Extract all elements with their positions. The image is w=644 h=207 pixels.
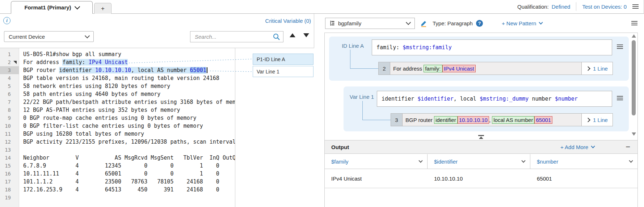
line-gutter: 19	[0, 194, 19, 202]
qualification-value-link[interactable]: Defined	[552, 4, 571, 10]
fold-marker-slot	[11, 162, 19, 170]
expand-lines-label: 1 Line	[593, 66, 608, 72]
editor-line-9[interactable]: 90 BGP route-map cache entries using 0 b…	[0, 114, 235, 122]
search-input[interactable]	[190, 34, 273, 40]
line-text	[19, 194, 235, 202]
line-label-p1-id-line-a[interactable]: P1-ID Line A	[253, 54, 313, 65]
line-text: 22/22 BGP path/bestpath attribute entrie…	[19, 98, 235, 106]
matched-line-content: For address family:IPv4 Unicast	[390, 62, 582, 75]
text-segment: family:	[424, 65, 442, 72]
pattern-toolbar: bgpfamily Type: Paragraph ? + New Patter…	[314, 14, 644, 33]
fold-marker-slot	[11, 114, 19, 122]
output-column-dropdown-family[interactable]: $family	[325, 154, 428, 169]
fold-marker-slot	[11, 170, 19, 178]
text-segment: identifier	[382, 96, 417, 102]
line-number: 4	[0, 74, 11, 82]
chevron-down-icon[interactable]	[74, 4, 80, 10]
editor-line-17[interactable]: 17101.1.1.2 4 23500 78763 78105 24168 0	[0, 178, 235, 186]
fold-marker-slot	[11, 58, 19, 66]
text-segment: identifier	[434, 116, 458, 124]
editor-line-14[interactable]: 14Neighbor V AS MsgRcvd MsgSent TblVer I…	[0, 154, 235, 162]
text-segment: family:	[376, 44, 403, 51]
line-gutter: 9	[0, 114, 19, 122]
text-segment: local AS number	[492, 116, 534, 124]
scroll-down-icon[interactable]	[632, 132, 636, 136]
line-text: US-BOS-R1#show bgp all summary	[19, 50, 235, 58]
fold-marker-icon[interactable]	[13, 61, 17, 64]
editor-line-15[interactable]: 156.7.8.9 4 12345 0 0 1 0	[0, 162, 235, 170]
editor-lines: 1US-BOS-R1#show bgp all summary2For addr…	[0, 50, 235, 202]
pattern-menu-icon[interactable]	[631, 21, 637, 25]
expand-lines-button[interactable]: 1 Line	[582, 62, 613, 75]
output-table-row[interactable]: IPv4 Unicast10.10.10.1065001	[325, 169, 637, 188]
line-gutter: 2	[0, 58, 19, 66]
search-icon[interactable]	[273, 33, 280, 41]
pattern-name-label[interactable]: Var Line 1	[344, 94, 374, 100]
line-number: 13	[0, 146, 11, 154]
editor-line-3[interactable]: 3BGP router identifier 10.10.10.10, loca…	[0, 66, 235, 74]
text-segment: 22/22 BGP path/bestpath attribute entrie…	[23, 99, 235, 105]
line-number: 1	[0, 50, 11, 58]
scrollbar-thumb[interactable]	[632, 40, 636, 115]
editor-line-16[interactable]: 1610.11.11.11 4 65001 0 0 1 0	[0, 170, 235, 178]
add-tab-label: +	[101, 5, 105, 12]
device-dropdown-value: Current Device	[9, 34, 45, 40]
pattern-scrollbar[interactable]	[631, 34, 637, 136]
add-format-tab-button[interactable]: +	[94, 3, 111, 14]
fold-marker-slot	[11, 90, 19, 98]
editor-line-6[interactable]: 658 path entries using 4640 bytes of mem…	[0, 90, 235, 98]
expand-lines-button[interactable]: 1 Line	[582, 113, 613, 126]
editor-line-18[interactable]: 18172.16.253.9 4 64513 450 391 24168 0	[0, 186, 235, 194]
pattern-row-menu-icon[interactable]	[617, 45, 623, 49]
line-gutter: 13	[0, 146, 19, 154]
editor-line-7[interactable]: 722/22 BGP path/bestpath attribute entri…	[0, 98, 235, 106]
edit-pencil-icon[interactable]	[420, 20, 428, 27]
device-dropdown[interactable]: Current Device	[4, 31, 94, 42]
editor-line-10[interactable]: 100 BGP filter-list cache entries using …	[0, 122, 235, 130]
info-icon[interactable]: i	[3, 17, 10, 24]
editor-line-19[interactable]: 19	[0, 194, 235, 202]
editor-line-5[interactable]: 558 network entries using 8120 bytes of …	[0, 82, 235, 90]
chevron-down-icon	[418, 159, 422, 162]
test-on-devices-link[interactable]: Test on Devices: 0	[582, 4, 627, 10]
variable-dropdown[interactable]: bgpfamily	[325, 18, 415, 29]
pattern-template-input[interactable]: identifier $identifier, local $mstring:_…	[377, 91, 612, 107]
critical-variable-link[interactable]: Critical Variable (0)	[265, 18, 311, 24]
sample-text-panel: i Critical Variable (0) Current Device 1…	[0, 14, 314, 207]
variable-dropdown-value: bgpfamily	[338, 20, 361, 26]
line-text: 10.11.11.11 4 65001 0 0 1 0	[19, 170, 235, 178]
output-column-dropdown-number[interactable]: $number	[530, 154, 637, 169]
collapse-output-handle[interactable]	[477, 135, 485, 139]
fold-marker-slot	[11, 74, 19, 82]
text-segment: , local AS number	[131, 67, 190, 73]
window-menu-icon[interactable]	[632, 4, 639, 9]
pattern-row-menu-icon[interactable]	[617, 96, 623, 100]
minimize-output-button[interactable]: −	[626, 143, 630, 151]
pattern-template-input[interactable]: family: $mstring:family	[372, 39, 612, 55]
pattern-name-label[interactable]: ID Line A	[331, 43, 364, 49]
line-label-var-line-1[interactable]: Var Line 1	[253, 66, 313, 77]
output-cell: 10.10.10.10	[428, 176, 530, 182]
search-prev-button[interactable]	[290, 33, 295, 37]
tab-bar: Format1 (Primary) + Qualification: Defin…	[0, 0, 644, 14]
editor-line-4[interactable]: 4BGP table version is 24168, main routin…	[0, 74, 235, 82]
line-number: 11	[0, 130, 11, 138]
editor-line-1[interactable]: 1US-BOS-R1#show bgp all summary	[0, 50, 235, 58]
chevron-right-icon	[586, 66, 590, 71]
editor-line-13[interactable]: 13	[0, 146, 235, 154]
editor-line-2[interactable]: 2For address family: IPv4 Unicast	[0, 58, 235, 66]
help-icon[interactable]: ?	[476, 20, 483, 27]
editor-line-8[interactable]: 812 BGP AS-PATH entries using 352 bytes …	[0, 106, 235, 114]
scroll-up-icon[interactable]	[632, 34, 636, 38]
output-column-name: $identifier	[434, 159, 458, 165]
add-more-button[interactable]: + Add More	[560, 144, 594, 150]
new-pattern-button[interactable]: + New Pattern	[502, 20, 542, 26]
tab-format1[interactable]: Format1 (Primary)	[11, 1, 93, 14]
editor-line-12[interactable]: 12BGP activity 2213/2155 prefixes, 12096…	[0, 138, 235, 146]
device-output-editor[interactable]: 1US-BOS-R1#show bgp all summary2For addr…	[0, 48, 314, 207]
editor-line-11[interactable]: 11BGP using 16280 total bytes of memory	[0, 130, 235, 138]
line-number: 5	[0, 82, 11, 90]
search-next-button[interactable]	[303, 33, 309, 37]
line-text: BGP using 16280 total bytes of memory	[19, 130, 235, 138]
output-column-dropdown-identifier[interactable]: $identifier	[428, 154, 530, 169]
